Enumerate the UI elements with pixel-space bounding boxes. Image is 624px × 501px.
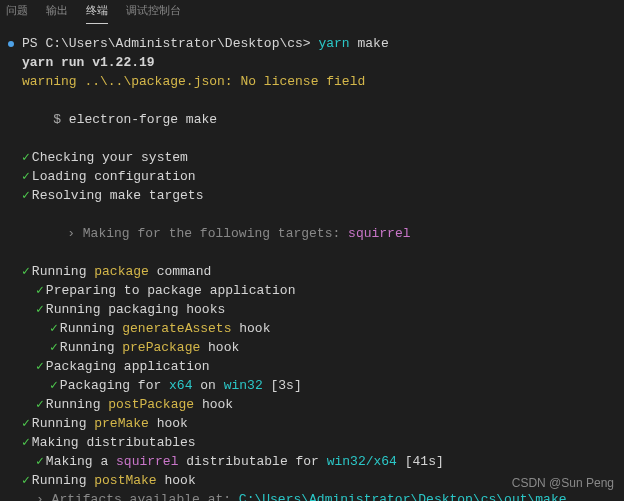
active-dot-icon xyxy=(8,41,14,47)
prompt-line-1: PS C:\Users\Administrator\Desktop\cs> ya… xyxy=(8,34,616,53)
step-packaging: ✓Packaging application xyxy=(8,357,616,376)
check-icon: ✓ xyxy=(36,359,44,374)
target-win32-x64: win32/x64 xyxy=(327,454,397,469)
terminal-output[interactable]: PS C:\Users\Administrator\Desktop\cs> ya… xyxy=(0,30,624,501)
arch-x64: x64 xyxy=(169,378,192,393)
step-gen-assets: ✓Running generateAssets hook xyxy=(8,319,616,338)
prompt-cwd: C:\Users\Administrator\Desktop\cs> xyxy=(45,34,310,53)
check-icon: ✓ xyxy=(22,169,30,184)
cmd-prepackage: prePackage xyxy=(122,340,200,355)
step-checking: ✓Checking your system xyxy=(8,148,616,167)
check-icon: ✓ xyxy=(22,416,30,431)
check-icon: ✓ xyxy=(22,473,30,488)
check-icon: ✓ xyxy=(50,378,58,393)
dist-squirrel: squirrel xyxy=(116,454,178,469)
warning-line: warning ..\..\package.json: No license f… xyxy=(8,72,616,91)
step-preparing: ✓Preparing to package application xyxy=(8,281,616,300)
check-icon: ✓ xyxy=(36,454,44,469)
prompt-ps: PS xyxy=(22,34,45,53)
check-icon: ✓ xyxy=(22,188,30,203)
check-icon: ✓ xyxy=(36,283,44,298)
cmd-postmake: postMake xyxy=(94,473,156,488)
check-icon: ✓ xyxy=(22,264,30,279)
os-win32: win32 xyxy=(224,378,263,393)
forge-cmd: electron-forge make xyxy=(69,112,217,127)
step-postpackage: ✓Running postPackage hook xyxy=(8,395,616,414)
cmd-package: package xyxy=(94,264,149,279)
dollar-sign: $ xyxy=(53,112,69,127)
step-resolving: ✓Resolving make targets xyxy=(8,186,616,205)
artifacts-path: C:\Users\Administrator\Desktop\cs\out\ma… xyxy=(239,492,567,501)
step-premake: ✓Running preMake hook xyxy=(8,414,616,433)
step-making-squirrel: ✓Making a squirrel distributable for win… xyxy=(8,452,616,471)
step-making-dist: ✓Making distributables xyxy=(8,433,616,452)
cmd-yarn: yarn xyxy=(318,34,349,53)
tab-problems[interactable]: 问题 xyxy=(6,2,28,24)
step-targets: › Making for the following targets: squi… xyxy=(8,205,616,262)
cmd-make: make xyxy=(350,34,389,53)
forge-cmd-line: $ electron-forge make xyxy=(8,91,616,148)
check-icon: ✓ xyxy=(50,340,58,355)
cmd-premake: preMake xyxy=(94,416,149,431)
watermark: CSDN @Sun Peng xyxy=(512,474,614,493)
check-icon: ✓ xyxy=(22,150,30,165)
tab-output[interactable]: 输出 xyxy=(46,2,68,24)
step-packaging-for: ✓Packaging for x64 on win32 [3s] xyxy=(8,376,616,395)
tab-terminal[interactable]: 终端 xyxy=(86,2,108,24)
check-icon: ✓ xyxy=(22,435,30,450)
cmd-postpackage: postPackage xyxy=(108,397,194,412)
step-running-package: ✓Running package command xyxy=(8,262,616,281)
target-squirrel: squirrel xyxy=(348,226,410,241)
tab-debug[interactable]: 调试控制台 xyxy=(126,2,181,24)
step-hooks: ✓Running packaging hooks xyxy=(8,300,616,319)
yarn-run-version: yarn run v1.22.19 xyxy=(8,53,616,72)
arrow-icon: › Making for the following targets: xyxy=(67,226,348,241)
terminal-tabs: 问题 输出 终端 调试控制台 xyxy=(0,0,624,30)
arrow-icon: › Artifacts available at: xyxy=(36,492,239,501)
check-icon: ✓ xyxy=(50,321,58,336)
check-icon: ✓ xyxy=(36,302,44,317)
check-icon: ✓ xyxy=(36,397,44,412)
step-loading: ✓Loading configuration xyxy=(8,167,616,186)
step-prepackage: ✓Running prePackage hook xyxy=(8,338,616,357)
cmd-generate-assets: generateAssets xyxy=(122,321,231,336)
